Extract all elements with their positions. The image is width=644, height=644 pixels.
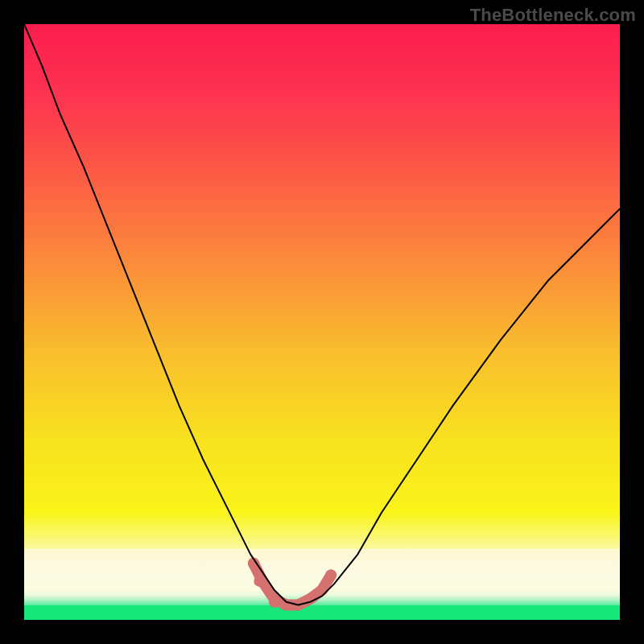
accent-dot — [316, 584, 328, 596]
watermark-text: TheBottleneck.com — [470, 5, 636, 26]
accent-dot — [269, 597, 280, 608]
v-curve — [24, 24, 620, 605]
curve-layer — [24, 24, 620, 620]
plot-area — [24, 24, 620, 620]
chart-frame: TheBottleneck.com — [0, 0, 644, 644]
accent-bottom-segment — [254, 564, 331, 605]
accent-dot — [254, 576, 265, 587]
accent-dot — [325, 570, 336, 581]
